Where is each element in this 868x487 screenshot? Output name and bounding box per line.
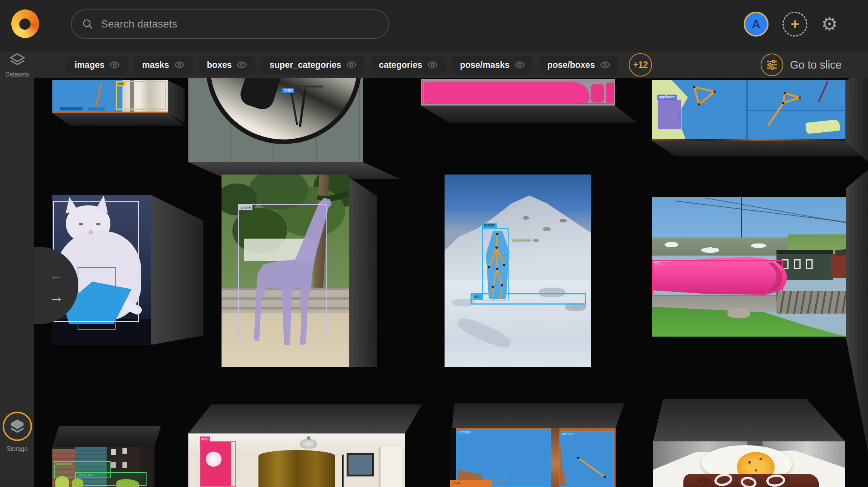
sidebar-item-label: Storage bbox=[0, 446, 34, 452]
sample-tile-kitchen[interactable]: appliance bbox=[652, 80, 845, 141]
eye-icon[interactable] bbox=[110, 60, 119, 70]
pose-skeleton bbox=[690, 83, 720, 108]
annotation-label: potted plant bbox=[76, 473, 95, 478]
sample-gallery[interactable]: sink bottle appliance bbox=[34, 78, 868, 487]
top-bar: A + ⚙ bbox=[0, 0, 868, 52]
field-chip-pose-boxes[interactable]: pose/boxes bbox=[539, 55, 619, 75]
bounding-box bbox=[422, 81, 613, 104]
annotation-label: lamp bbox=[200, 436, 210, 442]
eye-icon[interactable] bbox=[237, 60, 247, 70]
field-chip-super-categories[interactable]: super_categories bbox=[261, 55, 364, 75]
bounding-box bbox=[471, 293, 586, 305]
storage-hexagon-icon bbox=[9, 418, 26, 435]
app-window: A + ⚙ images masks boxes super_categorie… bbox=[0, 0, 868, 487]
bounding-box bbox=[507, 483, 550, 487]
field-filter-bar: images masks boxes super_categories cate… bbox=[0, 52, 868, 78]
add-button[interactable]: + bbox=[782, 12, 807, 37]
left-sidebar: Datasets Storage bbox=[0, 52, 34, 487]
annotation-label: sink bbox=[116, 81, 125, 86]
annotation-label: bottle bbox=[282, 88, 294, 93]
field-chip-list: images masks boxes super_categories cate… bbox=[66, 53, 652, 77]
annotation-label: train bbox=[653, 261, 663, 266]
sliders-icon[interactable] bbox=[761, 54, 783, 76]
annotation-label: person bbox=[561, 431, 575, 436]
more-fields-badge[interactable]: +12 bbox=[629, 53, 652, 77]
sample-tile-food[interactable] bbox=[653, 441, 845, 487]
field-chip-images[interactable]: images bbox=[66, 55, 128, 75]
sidebar-item-label: Datasets bbox=[0, 71, 34, 78]
pose-skeleton bbox=[575, 454, 608, 481]
sample-tile-couch[interactable] bbox=[421, 79, 615, 106]
layers-icon bbox=[8, 52, 26, 70]
forward-arrow-icon[interactable]: → bbox=[45, 288, 68, 305]
sample-tile-persons[interactable]: person person chair bbox=[450, 428, 616, 487]
bounding-box bbox=[657, 99, 682, 130]
annotation-label: chair bbox=[451, 481, 462, 486]
field-chip-boxes[interactable]: boxes bbox=[199, 55, 255, 75]
back-arrow-icon[interactable]: ← bbox=[45, 266, 68, 283]
eye-icon[interactable] bbox=[174, 60, 184, 70]
field-chip-masks[interactable]: masks bbox=[134, 55, 193, 75]
app-logo-icon[interactable] bbox=[11, 9, 39, 38]
annotation-label: giraffe bbox=[239, 205, 252, 210]
annotation-label: person bbox=[482, 223, 497, 228]
eye-icon[interactable] bbox=[347, 60, 356, 70]
sample-tile-city[interactable]: potted plant potted plant bbox=[52, 447, 154, 487]
go-to-slice-label: Go to slice bbox=[790, 59, 842, 71]
pose-skeleton bbox=[765, 88, 810, 129]
sample-tile-skier[interactable]: person snowboard skis bbox=[445, 175, 591, 367]
annotation-label: skis bbox=[472, 294, 482, 300]
bounding-box bbox=[238, 204, 327, 340]
eye-icon[interactable] bbox=[428, 60, 437, 70]
go-to-slice-control[interactable]: Go to slice bbox=[761, 54, 842, 76]
field-chip-categories[interactable]: categories bbox=[371, 55, 446, 75]
eye-icon[interactable] bbox=[515, 60, 525, 70]
bounding-box bbox=[78, 267, 116, 330]
settings-gear-icon[interactable]: ⚙ bbox=[820, 14, 839, 34]
sample-tile-giraffe[interactable]: giraffe bbox=[222, 175, 349, 367]
storage-ring bbox=[3, 412, 32, 441]
bounding-box bbox=[652, 260, 783, 296]
bounding-box bbox=[200, 441, 236, 487]
annotation-label: snowboard bbox=[511, 238, 532, 243]
search-input[interactable] bbox=[100, 18, 377, 31]
user-avatar[interactable]: A bbox=[744, 12, 769, 37]
bounding-box bbox=[495, 481, 504, 486]
annotation-label: person bbox=[457, 430, 472, 435]
sample-tile-train[interactable]: train bbox=[652, 197, 846, 337]
sample-tile-mirror[interactable]: bottle bbox=[188, 78, 363, 162]
annotation-label: potted plant bbox=[55, 461, 74, 467]
eye-icon[interactable] bbox=[600, 60, 610, 70]
annotation-label: appliance bbox=[657, 95, 677, 100]
sidebar-item-datasets[interactable]: Datasets bbox=[0, 52, 34, 78]
field-chip-pose-masks[interactable]: pose/masks bbox=[452, 55, 533, 75]
sidebar-item-storage[interactable]: Storage bbox=[0, 412, 34, 452]
search-bar[interactable] bbox=[71, 9, 389, 39]
bounding-box bbox=[482, 228, 509, 300]
sample-tile-room[interactable]: lamp bbox=[188, 433, 405, 487]
search-icon bbox=[82, 18, 93, 30]
sample-tile-annotated-room[interactable]: sink bbox=[52, 80, 168, 113]
